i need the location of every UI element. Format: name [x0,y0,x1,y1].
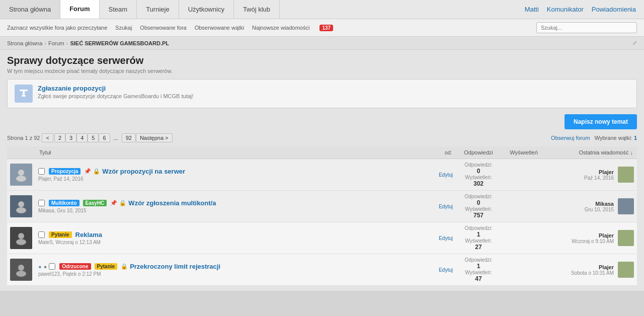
row4-dot-icon: ● [38,264,42,270]
row2-tag-easyhc: EasyHC [83,200,107,206]
pinned-notice-subtitle: Zgłoś swoje propozycje dotyczące GamesBo… [38,93,193,99]
breadcrumb-expand-icon[interactable]: ⤢ [632,40,637,46]
row2-title[interactable]: Wzór zgłoszenia multikont/a [128,199,216,207]
row2-edit-link[interactable]: Edytuj [439,204,453,209]
search-input[interactable] [536,22,637,33]
nav-user[interactable]: Matti [525,6,539,13]
row4-checkbox[interactable] [49,263,55,270]
page-btn-4[interactable]: 4 [76,133,88,142]
sub-nav-watched-fora[interactable]: Obserwowane fora [140,25,186,31]
svg-point-6 [16,207,26,213]
row1-last-cell: Plajer Paź 14, 2016 [546,159,637,191]
row3-replies-cell: Odpowiedzi: 1 Wyświetleń: 27 [456,222,501,254]
row4-author: paweł123, Piątek o 2:12 PM [38,271,423,277]
table-row: Pytanie Reklama MateS, Wczoraj o 12:13 A… [7,222,637,254]
observe-forum-link[interactable]: Obserwuj forum [551,135,590,141]
row1-avatar-cell [7,159,35,191]
nav-item-steam[interactable]: Steam [100,0,137,19]
nav-item-uzytkownicy[interactable]: Użytkownicy [179,0,234,19]
sub-nav-search[interactable]: Szukaj [115,25,132,31]
col-title: Tytuł [35,146,426,159]
row2-avatar-cell [7,191,35,222]
col-views: Wyświetleń [501,146,546,159]
selected-topics: Wybrane wątki: 1 [595,135,637,141]
row2-title-cell: Multikonto EasyHC 📌 🔒 Wzór zgłoszenia mu… [35,191,426,222]
svg-point-3 [18,170,24,176]
row3-title-cell: Pytanie Reklama MateS, Wczoraj o 12:13 A… [35,222,426,254]
row3-title[interactable]: Reklama [75,231,102,239]
row2-replies-cell: Odpowiedzi: 0 Wyświetleń: 757 [456,191,501,222]
row4-edit-link[interactable]: Edytuj [439,267,453,273]
nav-item-home[interactable]: Strona główna [0,0,60,19]
row1-lock-icon: 🔒 [93,168,100,175]
svg-point-7 [18,233,24,239]
table-header: Tytuł od: Odpowiedzi Wyświetleń Ostatnia… [7,146,637,159]
row4-avatar-cell [7,254,35,286]
col-avatar [7,146,35,159]
row3-author: MateS, Wczoraj o 12:13 AM [38,240,423,245]
svg-rect-0 [20,90,28,91]
row1-replies-cell: Odpowiedzi: 0 Wyświetleń: 302 [456,159,501,191]
row4-title[interactable]: Przekroczony limit rejestracji [130,263,220,270]
row1-title[interactable]: Wzór propozycji na serwer [102,168,185,175]
pagination-dots: ... [110,134,122,142]
row2-last-avatar [618,198,634,214]
row1-edit-link[interactable]: Edytuj [439,172,453,178]
pinned-notice-icon [15,85,33,103]
page-btn-3[interactable]: 3 [65,133,76,142]
forum-table: Tytuł od: Odpowiedzi Wyświetleń Ostatnia… [7,146,637,286]
row3-avatar [10,227,32,249]
svg-point-8 [16,239,26,245]
pagination-bar: Strona 1 z 92 < 2 3 4 5 6 ... 92 Następn… [7,133,637,142]
page-btn-5[interactable]: 5 [88,133,99,142]
row1-tag-propozycja: Propozycja [49,168,80,175]
pinned-notice-text: Zgłaszanie propozycji Zgłoś swoje propoz… [38,85,193,99]
svg-rect-1 [23,91,25,95]
nav-komunikator[interactable]: Komunikator [547,6,584,13]
selected-count: 1 [634,135,637,141]
row4-tag-odrzucone: Odrzucone [59,263,91,270]
breadcrumb-sep-2: › [66,40,68,46]
page-btn-6[interactable]: 6 [99,133,110,142]
row4-tag-pytanie: Pytanie [95,263,118,270]
breadcrumb-forum[interactable]: Forum [48,40,64,46]
col-from: od: [426,146,456,159]
top-nav-right: Matti Komunikator Powiadomienia [517,0,644,19]
row3-edit-link[interactable]: Edytuj [439,235,453,241]
col-last: Ostatnia wiadomość ↓ [546,146,637,159]
svg-point-10 [16,271,26,277]
nav-powiadomienia[interactable]: Powiadomienia [592,6,636,13]
sub-nav-watched-topics[interactable]: Obserwowane wątki [195,25,244,31]
row1-actions: Edytuj [426,159,456,191]
nav-item-forum[interactable]: Forum [60,0,99,19]
breadcrumb: Strona główna › Forum › SIEĆ SERWERÓW GA… [0,37,644,50]
sub-nav-mark-all[interactable]: Zaznacz wszystkie fora jako przeczytane [7,25,107,31]
nav-item-turnieje[interactable]: Turnieje [137,0,179,19]
page-btn-next[interactable]: Następna > [136,133,173,142]
sub-nav-search-area [536,22,637,33]
page-content: Sprawy dotyczące serwerów W tym miejscu … [0,50,644,291]
breadcrumb-home[interactable]: Strona główna [7,40,42,46]
page-btn-last[interactable]: 92 [122,133,136,142]
table-body: Propozycja 📌 🔒 Wzór propozycji na serwer… [7,159,637,286]
row2-lock-icon: 🔒 [119,200,126,206]
sub-nav-latest[interactable]: Najnowsze wiadomości [252,25,309,31]
row2-pin-icon: 📌 [110,200,117,206]
breadcrumb-current: SIEĆ SERWERÓW GAMESBOARD.PL [70,40,169,46]
page-btn-prev[interactable]: < [42,133,53,142]
svg-rect-2 [22,95,26,97]
row3-checkbox[interactable] [38,231,45,238]
new-topic-button[interactable]: Napisz nowy temat [565,114,637,129]
row4-lock-icon: 🔒 [121,263,128,270]
col-replies: Odpowiedzi [456,146,501,159]
row2-last-cell: Mikasa Gru 10, 2015 [546,191,637,222]
row3-tag-pytanie: Pytanie [49,231,72,238]
nav-item-twoj-klub[interactable]: Twój klub [234,0,280,19]
row4-last-cell: Plajer Sobota o 10:31 AM [546,254,637,286]
page-info: Strona 1 z 92 [7,135,40,141]
row2-checkbox[interactable] [38,200,45,206]
pinned-notice-title[interactable]: Zgłaszanie propozycji [38,85,193,92]
table-row: ● ● Odrzucone Pytanie 🔒 Przekroczony lim… [7,254,637,286]
page-btn-2[interactable]: 2 [54,133,65,142]
row1-checkbox[interactable] [38,168,45,175]
